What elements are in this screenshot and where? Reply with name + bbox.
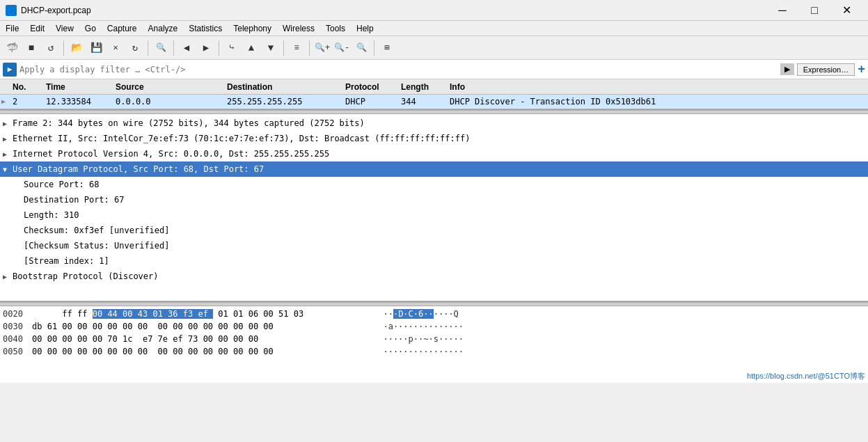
detail-src-port[interactable]: Source Port: 68 (0, 177, 868, 192)
packet-info: DHCP Discover - Transaction ID 0x5103db6… (447, 97, 868, 106)
menu-file[interactable]: File (0, 22, 24, 35)
detail-length[interactable]: Length: 310 (0, 207, 868, 223)
hex-offset-0020: 0020 (3, 309, 32, 319)
title-bar: DHCP-export.pcap ─ □ ✕ (0, 0, 868, 21)
menu-statistics[interactable]: Statistics (183, 22, 228, 35)
detail-udp[interactable]: ▼ User Datagram Protocol, Src Port: 68, … (0, 161, 868, 177)
zoom-in-button[interactable]: 🔍+ (313, 39, 331, 57)
ip-expand-icon: ▶ (3, 150, 13, 158)
header-time: Time (43, 82, 113, 92)
packet-row[interactable]: ▶ 2 12.333584 0.0.0.0 255.255.255.255 DH… (0, 95, 868, 109)
packet-source: 0.0.0.0 (113, 97, 224, 106)
detail-dst-port[interactable]: Destination Port: 67 (0, 192, 868, 207)
menu-help[interactable]: Help (351, 22, 379, 35)
zoom-out-button[interactable]: 🔍- (333, 39, 351, 57)
menu-wireless[interactable]: Wireless (277, 22, 320, 35)
menu-edit[interactable]: Edit (24, 22, 50, 35)
packet-list-header: No. Time Source Destination Protocol Len… (0, 79, 868, 95)
filter-icon: ▶ (3, 63, 17, 77)
checksum-text: Checksum: 0xf3ef [unverified] (24, 226, 170, 235)
toolbar-separator-2 (148, 40, 148, 56)
detail-checksum-status[interactable]: [Checksum Status: Unverified] (0, 238, 868, 253)
go-forward-button[interactable]: ▶ (197, 39, 215, 57)
add-filter-button[interactable]: + (858, 63, 865, 77)
colorize-button[interactable]: ≡ (287, 39, 306, 57)
detail-ethernet[interactable]: ▶ Ethernet II, Src: IntelCor_7e:ef:73 (7… (0, 131, 868, 146)
hex-row-0050: 0050 00 00 00 00 00 00 00 00 00 00 00 00… (3, 345, 865, 358)
hex-plain-0020: ff ff (62, 309, 92, 319)
expression-button[interactable]: Expression… (797, 63, 855, 76)
menu-view[interactable]: View (50, 22, 79, 35)
stop-capture-button[interactable]: ■ (22, 39, 40, 57)
bootstrap-expand-icon: ▶ (3, 273, 13, 281)
close-file-button[interactable]: ✕ (106, 39, 125, 57)
hex-rest-0020: 01 01 06 00 51 03 (213, 309, 303, 319)
minimize-button[interactable]: ─ (766, 0, 798, 21)
bootstrap-text: Bootstrap Protocol (Discover) (13, 271, 159, 281)
detail-ip[interactable]: ▶ Internet Protocol Version 4, Src: 0.0.… (0, 146, 868, 161)
header-length: Length (398, 82, 447, 92)
hex-dump-pane: 0020 ff ff 00 44 00 43 01 36 f3 ef 01 01… (0, 306, 868, 383)
hex-offset-0050: 0050 (3, 347, 32, 356)
menu-go[interactable]: Go (79, 22, 102, 35)
zoom-normal-button[interactable]: 🔍 (352, 39, 370, 57)
toolbar-separator-5 (283, 40, 284, 56)
frame-expand-icon: ▶ (3, 120, 13, 127)
frame-text: Frame 2: 344 bytes on wire (2752 bits), … (13, 118, 365, 128)
detail-checksum[interactable]: Checksum: 0xf3ef [unverified] (0, 223, 868, 238)
restart-capture-button[interactable]: ↺ (42, 39, 60, 57)
hex-hl2-0020: f3 ef (183, 309, 213, 319)
length-text: Length: 310 (24, 210, 79, 220)
packet-no: 2 (10, 97, 43, 106)
hex-row-0030: 0030 db 61 00 00 00 00 00 00 00 00 00 00… (3, 320, 865, 333)
packet-length: 344 (398, 97, 447, 106)
hex-ascii-0020: ···D·C·6······Q (373, 309, 459, 319)
header-protocol: Protocol (342, 82, 398, 92)
find-packet-button[interactable]: 🔍 (152, 39, 170, 57)
detail-stream-index[interactable]: [Stream index: 1] (0, 253, 868, 269)
packet-list-pane: No. Time Source Destination Protocol Len… (0, 79, 868, 110)
filter-input[interactable] (19, 65, 778, 74)
menu-analyze[interactable]: Analyze (143, 22, 184, 35)
window-controls: ─ □ ✕ (766, 0, 862, 21)
hex-bytes-0030: db 61 00 00 00 00 00 00 00 00 00 00 00 0… (32, 322, 373, 331)
start-capture-button[interactable]: 🦈 (3, 39, 21, 57)
hex-row-0020: 0020 ff ff 00 44 00 43 01 36 f3 ef 01 01… (3, 308, 865, 320)
dst-port-text: Destination Port: 67 (24, 195, 125, 205)
first-packet-button[interactable]: ▲ (242, 39, 260, 57)
open-file-button[interactable]: 📂 (68, 39, 86, 57)
maximize-button[interactable]: □ (798, 0, 830, 21)
go-back-button[interactable]: ◀ (177, 39, 196, 57)
header-no: No. (10, 82, 43, 92)
udp-expand-icon: ▼ (3, 166, 13, 173)
hex-ascii-0050: ················ (373, 347, 464, 356)
ethernet-expand-icon: ▶ (3, 135, 13, 143)
reload-file-button[interactable]: ↻ (126, 39, 144, 57)
toolbar-separator-6 (309, 40, 310, 56)
toolbar: 🦈 ■ ↺ 📂 💾 ✕ ↻ 🔍 ◀ ▶ ⤷ ▲ ▼ ≡ 🔍+ 🔍- 🔍 ⊞ (0, 36, 868, 60)
last-packet-button[interactable]: ▼ (262, 39, 280, 57)
menu-capture[interactable]: Capture (102, 22, 143, 35)
row-expand: ▶ (0, 97, 10, 105)
detail-bootstrap[interactable]: ▶ Bootstrap Protocol (Discover) (0, 269, 868, 284)
menu-telephony[interactable]: Telephony (228, 22, 277, 35)
detail-frame[interactable]: ▶ Frame 2: 344 bytes on wire (2752 bits)… (0, 116, 868, 131)
packet-destination: 255.255.255.255 (224, 97, 342, 106)
toolbar-separator-4 (219, 40, 219, 56)
menu-bar: File Edit View Go Capture Analyze Statis… (0, 21, 868, 36)
hex-bytes-0040: 00 00 00 00 00 70 1c e7 7e ef 73 00 00 0… (32, 334, 373, 344)
udp-text: User Datagram Protocol, Src Port: 68, Ds… (13, 164, 264, 174)
watermark: https://blog.csdn.net/@51CTO博客 (747, 371, 865, 381)
save-file-button[interactable]: 💾 (87, 39, 105, 57)
toolbar-separator-3 (173, 40, 174, 56)
hex-hl1-0020: 00 44 00 43 01 36 (93, 309, 183, 319)
go-to-packet-button[interactable]: ⤷ (223, 39, 241, 57)
hex-bytes-0050: 00 00 00 00 00 00 00 00 00 00 00 00 00 0… (32, 347, 373, 356)
packet-detail-pane: ▶ Frame 2: 344 bytes on wire (2752 bits)… (0, 114, 868, 302)
resize-columns-button[interactable]: ⊞ (378, 39, 396, 57)
src-port-text: Source Port: 68 (24, 180, 99, 189)
stream-index-text: [Stream index: 1] (24, 256, 109, 266)
filter-apply-button[interactable]: ▶ (780, 63, 794, 75)
close-button[interactable]: ✕ (830, 0, 862, 21)
menu-tools[interactable]: Tools (320, 22, 351, 35)
